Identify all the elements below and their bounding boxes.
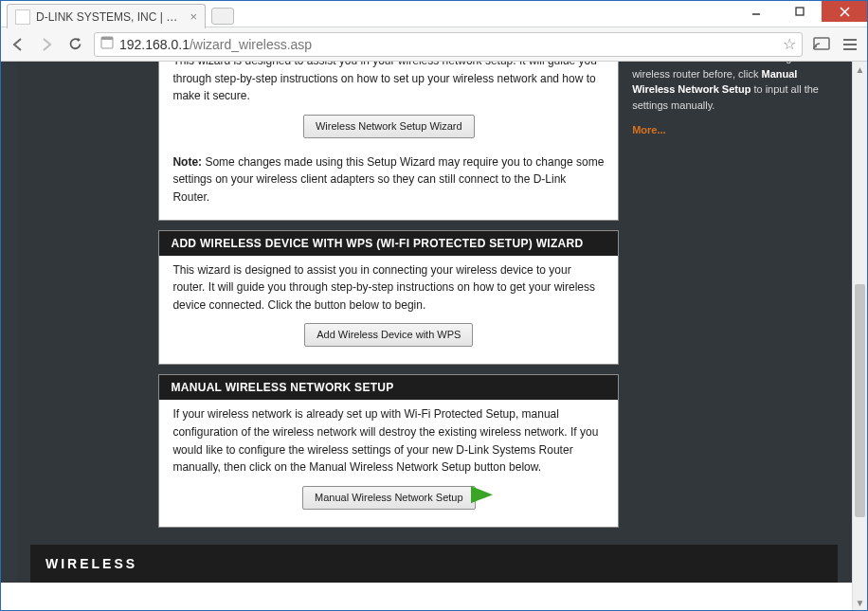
footer-band: WIRELESS [30,545,838,583]
forward-button[interactable] [37,35,56,54]
scroll-track[interactable] [853,77,867,595]
address-bar[interactable]: 192.168.0.1/wizard_wireless.asp ☆ [94,32,803,57]
svg-rect-5 [101,37,113,40]
wireless-setup-wizard-button[interactable]: Wireless Network Setup Wizard [303,115,475,138]
scroll-down-icon[interactable]: ▼ [853,595,867,610]
window-controls [734,1,867,22]
scroll-thumb[interactable] [855,284,865,517]
wps-header: ADD WIRELESS DEVICE WITH WPS (WI-FI PROT… [159,231,618,256]
panel-wps-wizard: ADD WIRELESS DEVICE WITH WPS (WI-FI PROT… [158,230,619,366]
window-close-button[interactable] [822,1,867,22]
manual-header: MANUAL WIRELESS NETWORK SETUP [159,375,618,400]
new-tab-button[interactable] [211,8,234,25]
tab-favicon [15,9,30,25]
reload-button[interactable] [65,35,84,54]
bookmark-star-icon[interactable]: ☆ [783,35,796,53]
page-content: This wizard is designed to assist you in… [1,62,867,610]
browser-window: D-LINK SYSTEMS, INC | W… × 192.168.0.1/w… [0,0,868,611]
setup-wizard-intro: This wizard is designed to assist you in… [172,62,605,105]
footer-logo: WIRELESS [45,556,137,571]
svg-rect-6 [814,38,829,49]
site-info-icon[interactable] [100,36,114,52]
setup-wizard-note: Note: Some changes made using this Setup… [172,153,605,207]
add-wireless-wps-button[interactable]: Add Wireless Device with WPS [304,323,473,347]
help-text: an advanced user and have configured a w… [632,62,821,111]
window-minimize-button[interactable] [734,1,778,22]
panel-setup-wizard: This wizard is designed to assist you in… [158,62,619,221]
page-viewport: This wizard is designed to assist you in… [1,62,867,610]
vertical-scrollbar[interactable]: ▲ ▼ [852,62,867,610]
cast-icon[interactable] [812,35,831,54]
url-text: 192.168.0.1/wizard_wireless.asp [119,37,777,52]
help-sidebar: an advanced user and have configured a w… [632,62,838,138]
chrome-menu-icon[interactable] [841,35,859,54]
scroll-up-icon[interactable]: ▲ [853,62,867,77]
tab-close-icon[interactable]: × [190,10,197,23]
browser-tab[interactable]: D-LINK SYSTEMS, INC | W… × [7,4,206,28]
svg-rect-1 [796,8,804,15]
panel-manual-setup: MANUAL WIRELESS NETWORK SETUP If your wi… [158,374,619,527]
annotation-arrow-icon [419,483,495,513]
manual-body-text: If your wireless network is already set … [172,405,605,476]
copyright-text: Copyright © 2004-2009 D-Link Corporation… [1,583,867,610]
scroll-area: This wizard is designed to assist you in… [1,62,867,610]
help-more-link[interactable]: More... [632,122,665,138]
window-maximize-button[interactable] [778,1,822,22]
browser-toolbar: 192.168.0.1/wizard_wireless.asp ☆ [1,27,867,62]
main-column: This wizard is designed to assist you in… [158,62,619,537]
back-button[interactable] [9,35,27,54]
wps-body-text: This wizard is designed to assist you in… [172,261,605,314]
tab-title: D-LINK SYSTEMS, INC | W… [36,10,184,24]
